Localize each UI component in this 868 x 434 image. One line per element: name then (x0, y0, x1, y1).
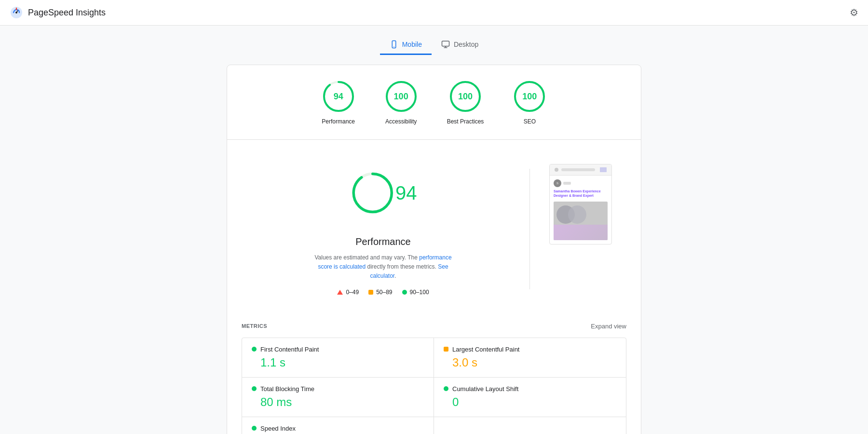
metric-si-name-row: Speed Index (252, 425, 424, 432)
score-item-best-practices[interactable]: 100 Best Practices (447, 80, 484, 125)
pagespeed-logo (10, 6, 23, 19)
lcp-indicator (444, 347, 448, 352)
svg-point-14 (353, 174, 392, 212)
header-right-area: ⚙ (850, 7, 858, 18)
metrics-title: METRICS (242, 323, 267, 329)
svg-rect-4 (442, 41, 449, 46)
big-performance-circle: 94 (350, 159, 417, 227)
lcp-value: 3.0 s (444, 356, 616, 369)
metric-fcp-name-row: First Contentful Paint (252, 346, 424, 353)
preview-dot1 (555, 168, 558, 172)
tbt-name: Total Blocking Time (260, 385, 314, 393)
metrics-grid: First Contentful Paint 1.1 s Largest Con… (242, 338, 626, 434)
desc-mid: directly from these metrics. (366, 263, 438, 270)
fail-range: 0–49 (346, 289, 359, 296)
metrics-header: METRICS Expand view (242, 315, 626, 338)
pass-range: 90–100 (410, 289, 429, 296)
performance-description: Values are estimated and may vary. The p… (311, 253, 456, 281)
main-content: Mobile Desktop 94 Performan (217, 26, 651, 434)
tab-desktop[interactable]: Desktop (432, 35, 488, 55)
mobile-tab-label: Mobile (402, 41, 422, 48)
site-preview: S Samantha Bowen Experience Designer & B… (549, 164, 612, 244)
app-title: PageSpeed Insights (28, 8, 106, 18)
desc-end: . (394, 272, 396, 279)
metric-cls-name-row: Cumulative Layout Shift (444, 385, 616, 393)
fcp-name: First Contentful Paint (260, 346, 319, 353)
view-tabs: Mobile Desktop (227, 35, 641, 55)
metric-fcp: First Contentful Paint 1.1 s (242, 338, 434, 378)
seo-score-value: 100 (522, 92, 537, 102)
performance-circle: 94 (322, 80, 355, 113)
preview-header (550, 164, 611, 176)
big-performance-value: 94 (395, 182, 417, 204)
score-item-performance[interactable]: 94 Performance (322, 80, 355, 125)
circle2 (568, 205, 586, 224)
average-range: 50–89 (376, 289, 392, 296)
best-practices-score-value: 100 (458, 92, 473, 102)
logo-area: PageSpeed Insights (10, 6, 106, 19)
performance-detail-left: 94 Performance Values are estimated and … (256, 159, 510, 296)
metric-si: Speed Index 1.1 s (242, 417, 434, 434)
tbt-value: 80 ms (252, 395, 424, 409)
legend-fail: 0–49 (337, 289, 359, 296)
preview-body: S Samantha Bowen Experience Designer & B… (550, 176, 611, 244)
preview-site-name: Samantha Bowen Experience Designer & Bra… (554, 189, 608, 198)
svg-point-3 (393, 46, 394, 47)
preview-menu (600, 167, 607, 172)
fcp-indicator (252, 347, 257, 352)
tbt-indicator (252, 386, 257, 391)
metric-tbt: Total Blocking Time 80 ms (242, 378, 434, 417)
legend-average: 50–89 (368, 289, 392, 296)
preview-image (554, 202, 608, 240)
si-name: Speed Index (260, 425, 296, 432)
scores-section: 94 Performance 100 Accessibility (227, 65, 641, 140)
metric-empty (434, 417, 626, 434)
expand-view-button[interactable]: Expand view (591, 323, 626, 330)
vertical-divider (529, 169, 530, 289)
metric-cls: Cumulative Layout Shift 0 (434, 378, 626, 417)
score-legend: 0–49 50–89 90–100 (337, 289, 429, 296)
performance-score-label: Performance (322, 118, 355, 125)
big-performance-ring (350, 159, 396, 227)
preview-url-bar (561, 168, 595, 171)
accessibility-circle: 100 (384, 80, 418, 113)
pass-icon (402, 290, 407, 295)
performance-score-value: 94 (334, 92, 343, 102)
metrics-section: METRICS Expand view First Contentful Pai… (227, 315, 641, 434)
preview-blob (554, 225, 608, 240)
metric-lcp: Largest Contentful Paint 3.0 s (434, 338, 626, 378)
preview-logo: S (554, 179, 561, 187)
results-card: 94 Performance 100 Accessibility (227, 65, 641, 434)
cls-value: 0 (444, 395, 616, 409)
si-indicator (252, 426, 257, 431)
cls-name: Cumulative Layout Shift (452, 385, 518, 393)
seo-score-label: SEO (524, 118, 536, 125)
header: PageSpeed Insights ⚙ (0, 0, 868, 26)
score-item-seo[interactable]: 100 SEO (513, 80, 546, 125)
seo-circle: 100 (513, 80, 546, 113)
metric-lcp-name-row: Largest Contentful Paint (444, 346, 616, 353)
header-icon[interactable]: ⚙ (850, 7, 858, 18)
accessibility-score-value: 100 (394, 92, 408, 102)
svg-point-1 (15, 12, 17, 14)
desc-plain: Values are estimated and may vary. The (314, 254, 419, 261)
tab-mobile[interactable]: Mobile (380, 35, 432, 55)
performance-section-title: Performance (355, 236, 411, 247)
accessibility-score-label: Accessibility (385, 118, 417, 125)
average-icon (368, 290, 373, 295)
cls-indicator (444, 386, 448, 391)
desktop-tab-label: Desktop (454, 41, 478, 48)
desktop-icon (441, 40, 450, 49)
lcp-name: Largest Contentful Paint (452, 346, 519, 353)
score-item-accessibility[interactable]: 100 Accessibility (384, 80, 418, 125)
best-practices-score-label: Best Practices (447, 118, 484, 125)
legend-pass: 90–100 (402, 289, 429, 296)
mobile-icon (390, 40, 398, 49)
performance-detail-section: 94 Performance Values are estimated and … (227, 140, 641, 315)
metric-tbt-name-row: Total Blocking Time (252, 385, 424, 393)
fcp-value: 1.1 s (252, 356, 424, 369)
fail-icon (337, 290, 343, 295)
preview-logo-text (563, 182, 571, 185)
best-practices-circle: 100 (448, 80, 482, 113)
preview-site-logo-row: S (554, 179, 608, 187)
